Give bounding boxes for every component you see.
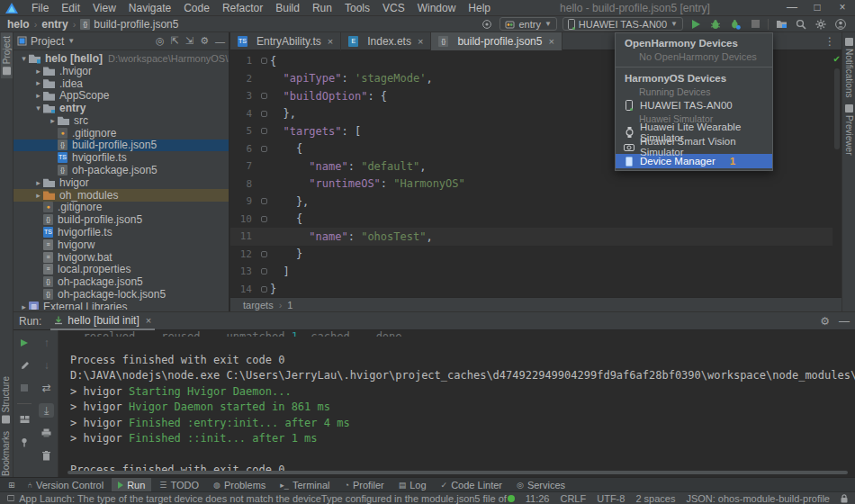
line-ending-indicator[interactable]: CRLF bbox=[560, 493, 586, 504]
event-log-icon[interactable] bbox=[7, 494, 14, 502]
fold-marker[interactable] bbox=[257, 146, 270, 152]
menu-item-run[interactable]: Run bbox=[306, 0, 338, 16]
menu-item-tools[interactable]: Tools bbox=[338, 0, 376, 16]
scroll-to-end-icon[interactable]: ⤓ bbox=[39, 403, 54, 418]
menu-item-huawei-smart-vision-simulator[interactable]: Huawei Smart Vision Simulator bbox=[616, 140, 772, 154]
soft-wrap-icon[interactable]: ⇄ bbox=[39, 381, 54, 395]
stop-process-button[interactable] bbox=[17, 381, 32, 395]
toolwindow-button-problems[interactable]: ◍Problems bbox=[207, 478, 272, 492]
toolwindow-button-run[interactable]: Run bbox=[112, 478, 151, 492]
tree-chevron-icon[interactable]: ▸ bbox=[19, 302, 29, 310]
tree-chevron-icon[interactable]: ▾ bbox=[33, 104, 43, 112]
close-icon[interactable]: × bbox=[548, 36, 554, 47]
layout-settings-icon[interactable] bbox=[17, 412, 32, 427]
editor-tab-build-profile-json5[interactable]: {}build-profile.json5× bbox=[431, 32, 562, 50]
fold-marker[interactable] bbox=[257, 93, 270, 99]
tree-chevron-icon[interactable]: ▸ bbox=[33, 91, 43, 100]
hide-panel-icon[interactable]: — bbox=[215, 36, 225, 47]
print-icon[interactable] bbox=[39, 426, 54, 440]
close-icon[interactable]: × bbox=[418, 36, 423, 47]
rerun-button[interactable] bbox=[17, 336, 32, 350]
avatar[interactable] bbox=[833, 17, 848, 31]
tree-item--hvigor[interactable]: ▸.hvigor bbox=[14, 65, 229, 77]
module-selector[interactable]: entry▼ bbox=[500, 17, 556, 31]
panel-settings-icon[interactable]: ⚙ bbox=[200, 35, 209, 47]
breadcrumb-item[interactable]: helo bbox=[7, 18, 30, 31]
menu-item-refactor[interactable]: Refactor bbox=[216, 0, 269, 16]
menu-item-build[interactable]: Build bbox=[269, 0, 306, 16]
menu-item-window[interactable]: Window bbox=[411, 0, 463, 16]
toolwindow-button-services[interactable]: ◎Services bbox=[510, 478, 572, 492]
tree-item--gitignore[interactable]: ●.gitignore bbox=[14, 127, 229, 140]
tool-stripe-notifications[interactable]: Notifications bbox=[843, 34, 855, 101]
tree-item-src[interactable]: ▸src bbox=[14, 114, 229, 127]
menu-item-huawei-tas-an00[interactable]: HUAWEI TAS-AN00 bbox=[616, 98, 772, 112]
editor-scrollbar[interactable] bbox=[834, 68, 840, 149]
tree-chevron-icon[interactable]: ▸ bbox=[33, 178, 43, 187]
indent-indicator[interactable]: 2 spaces bbox=[635, 493, 675, 504]
tree-item-build-profile-json5[interactable]: {}build-profile.json5 bbox=[14, 213, 229, 226]
close-button[interactable]: × bbox=[830, 0, 855, 16]
tree-item-oh-package-json5[interactable]: {}oh-package.json5 bbox=[14, 164, 229, 176]
tree-item-oh-package-json5[interactable]: {}oh-package.json5 bbox=[14, 275, 229, 288]
menu-item-edit[interactable]: Edit bbox=[55, 0, 86, 16]
run-tab[interactable]: hello [build init] × bbox=[50, 312, 155, 330]
console-horizontal-scrollbar[interactable] bbox=[68, 471, 848, 474]
toolwindow-button-profiler[interactable]: ◔Profiler bbox=[338, 478, 390, 492]
toolwindow-button-log[interactable]: ▤Log bbox=[392, 478, 433, 492]
schema-indicator[interactable]: JSON: ohos-module-build-profile bbox=[686, 493, 830, 504]
tree-chevron-icon[interactable]: ▸ bbox=[33, 78, 43, 87]
tool-stripe-project[interactable]: Project bbox=[1, 32, 13, 78]
profiler-button[interactable] bbox=[728, 17, 742, 31]
toolwindow-button-version-control[interactable]: ⑃Version Control bbox=[22, 478, 111, 492]
stop-button[interactable] bbox=[748, 17, 762, 31]
fold-marker[interactable] bbox=[257, 251, 270, 257]
debug-button[interactable] bbox=[708, 17, 723, 31]
clear-console-icon[interactable] bbox=[39, 448, 54, 463]
settings-gear-icon[interactable] bbox=[814, 17, 828, 31]
tree-chevron-icon[interactable]: ▸ bbox=[33, 67, 43, 76]
chevron-down-icon[interactable]: ▼ bbox=[68, 37, 75, 45]
editor-tab-entryability-ts[interactable]: TSEntryAbility.ts× bbox=[230, 32, 341, 50]
fold-marker[interactable] bbox=[257, 268, 270, 274]
run-console[interactable]: … resolved …, reused …, unmatched 1, cac… bbox=[59, 330, 855, 477]
fold-marker[interactable] bbox=[257, 128, 270, 134]
run-panel-minimize-icon[interactable]: — bbox=[839, 315, 850, 328]
toolwindow-button-todo[interactable]: ☰TODO bbox=[153, 478, 205, 492]
close-icon[interactable]: × bbox=[328, 36, 333, 47]
tree-item--idea[interactable]: ▸.idea bbox=[14, 77, 229, 90]
tree-item-external-libraries[interactable]: ▸▥External Libraries bbox=[14, 301, 229, 310]
toolwindow-button-code-linter[interactable]: ✓Code Linter bbox=[435, 478, 508, 492]
tree-chevron-icon[interactable]: ▸ bbox=[33, 191, 43, 200]
tree-item-hvigorw-bat[interactable]: ≡hvigorw.bat bbox=[14, 251, 229, 264]
pin-tab-icon[interactable] bbox=[17, 435, 32, 449]
tree-item-entry[interactable]: ▾entry bbox=[14, 102, 229, 114]
fold-marker[interactable] bbox=[257, 58, 270, 64]
run-panel-settings-icon[interactable]: ⚙ bbox=[820, 315, 830, 328]
breadcrumb-item[interactable]: entry bbox=[41, 18, 68, 31]
tree-item-hvigorw[interactable]: ≡hvigorw bbox=[14, 238, 229, 251]
device-file-browser-icon[interactable] bbox=[774, 17, 788, 31]
tree-item-local-properties[interactable]: ≡local.properties bbox=[14, 264, 229, 276]
tree-item--gitignore[interactable]: ●.gitignore bbox=[14, 202, 229, 214]
run-button[interactable] bbox=[688, 17, 703, 31]
minimize-button[interactable]: — bbox=[779, 0, 805, 16]
maximize-button[interactable]: □ bbox=[805, 0, 830, 16]
menu-item-vcs[interactable]: VCS bbox=[376, 0, 411, 16]
tree-chevron-icon[interactable]: ▸ bbox=[48, 116, 58, 125]
menu-item-code[interactable]: Code bbox=[177, 0, 216, 16]
up-stacktrace-icon[interactable]: ↑ bbox=[39, 336, 54, 350]
editor-tab-index-ets[interactable]: EIndex.ets× bbox=[341, 32, 431, 50]
expand-all-icon[interactable]: ⇱ bbox=[171, 35, 179, 47]
target-locate-icon[interactable] bbox=[480, 17, 494, 31]
tree-item-hvigorfile-ts[interactable]: TShvigorfile.ts bbox=[14, 151, 229, 164]
close-icon[interactable]: × bbox=[146, 315, 151, 326]
project-view-selector[interactable]: Project bbox=[31, 35, 64, 48]
tree-item-helo-hello-[interactable]: ▾helo [hello]D:\workspace\HarmonyOS\helo bbox=[14, 52, 229, 65]
locate-file-icon[interactable]: ◎ bbox=[156, 35, 165, 47]
tree-item-appscope[interactable]: ▸AppScope bbox=[14, 89, 229, 102]
menu-item-view[interactable]: View bbox=[86, 0, 122, 16]
menu-item-file[interactable]: File bbox=[25, 0, 55, 16]
tree-item-hvigor[interactable]: ▸hvigor bbox=[14, 176, 229, 189]
tree-chevron-icon[interactable]: ▾ bbox=[19, 54, 29, 63]
